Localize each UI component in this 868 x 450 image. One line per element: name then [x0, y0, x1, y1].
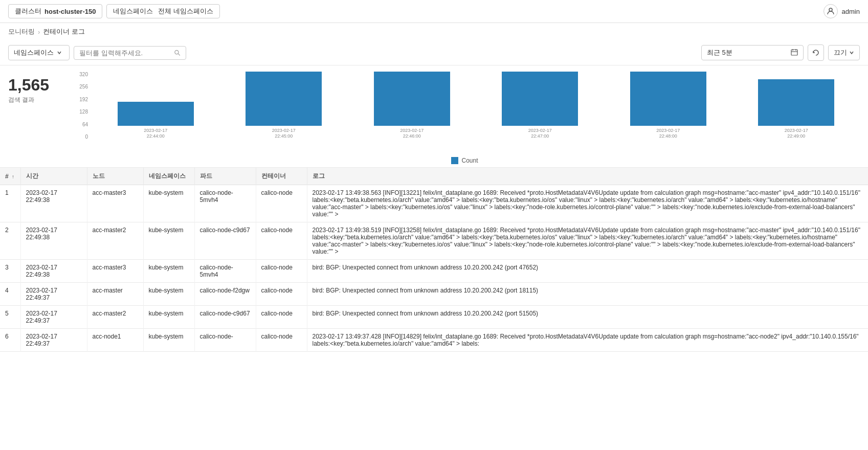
- cell-node: acc-master2: [87, 306, 143, 329]
- bar-4: [630, 72, 706, 126]
- cell-namespace: kube-system: [143, 306, 194, 329]
- breadcrumb-current: 컨테이너 로그: [43, 27, 85, 36]
- log-table: # ↑ 시간 노드 네임스페이스 파드 컨테이너 로그 12023-02-17 …: [0, 168, 868, 352]
- breadcrumb: 모니터링 › 컨테이너 로그: [0, 23, 868, 40]
- svg-point-1: [175, 50, 179, 54]
- legend-color-box: [451, 157, 458, 164]
- namespace-tag[interactable]: 네임스페이스 전체 네임스페이스: [106, 4, 220, 18]
- cell-container: calico-node: [256, 260, 307, 283]
- namespace-select[interactable]: 네임스페이스: [8, 45, 70, 60]
- y-axis: 320 256 192 128 64 0: [70, 72, 90, 140]
- cell-node: acc-master3: [87, 260, 143, 283]
- table-row: 12023-02-17 22:49:38acc-master3kube-syst…: [0, 185, 868, 222]
- bar-label-0: 2023-02-17 22:44:00: [144, 128, 167, 140]
- cell-time: 2023-02-17 22:49:38: [20, 185, 87, 222]
- cell-namespace: kube-system: [143, 222, 194, 260]
- cell-num: 6: [0, 329, 20, 352]
- cell-container: calico-node: [256, 283, 307, 306]
- user-svg-icon: [827, 7, 835, 15]
- cell-pod: calico-node-f2dgw: [194, 283, 256, 306]
- cell-pod: calico-node-: [194, 329, 256, 352]
- refresh-button[interactable]: [808, 44, 824, 61]
- y-label-2: 192: [79, 97, 88, 102]
- th-namespace: 네임스페이스: [143, 168, 194, 185]
- table-row: 22023-02-17 22:49:38acc-master2kube-syst…: [0, 222, 868, 260]
- cell-namespace: kube-system: [143, 260, 194, 283]
- cell-time: 2023-02-17 22:49:38: [20, 260, 87, 283]
- filter-input-wrap: [74, 46, 186, 60]
- th-time: 시간: [20, 168, 87, 185]
- cell-num: 4: [0, 283, 20, 306]
- filter-input[interactable]: [79, 49, 171, 57]
- table-row: 42023-02-17 22:49:37acc-masterkube-syste…: [0, 283, 868, 306]
- cell-pod: calico-node-c9d67: [194, 306, 256, 329]
- cell-pod: calico-node-5mvh4: [194, 260, 256, 283]
- cluster-value: host-cluster-150: [44, 8, 96, 15]
- cell-namespace: kube-system: [143, 283, 194, 306]
- th-pod: 파드: [194, 168, 256, 185]
- bar-group-3: 2023-02-17 22:47:00: [477, 72, 604, 140]
- tail-label: 끄기: [834, 48, 847, 57]
- filter-bar: 네임스페이스 최근 5분 끄기: [0, 40, 868, 65]
- chart-svg-area: 320 256 192 128 64 0 2023-02-17 22:44:00…: [70, 72, 860, 155]
- bar-group-1: 2023-02-17 22:45:00: [220, 72, 348, 140]
- bar-group-2: 2023-02-17 22:46:00: [348, 72, 476, 140]
- admin-icon[interactable]: [824, 4, 838, 18]
- bar-label-4: 2023-02-17 22:48:00: [656, 128, 680, 140]
- namespace-label: 네임스페이스: [113, 7, 153, 16]
- sort-icon[interactable]: ↑: [12, 174, 14, 179]
- tail-select[interactable]: 끄기: [828, 45, 860, 60]
- y-label-5: 0: [85, 134, 88, 140]
- cluster-tag[interactable]: 클러스터 host-cluster-150: [8, 4, 102, 18]
- y-label-4: 64: [82, 122, 88, 127]
- y-label-0: 320: [79, 72, 88, 77]
- bar-group-4: 2023-02-17 22:48:00: [605, 72, 732, 140]
- cell-container: calico-node: [256, 185, 307, 222]
- svg-rect-3: [791, 50, 797, 55]
- th-num: # ↑: [0, 168, 20, 185]
- namespace-select-label: 네임스페이스: [14, 48, 54, 57]
- cell-container: calico-node: [256, 222, 307, 260]
- table-row: 62023-02-17 22:49:37acc-node1kube-system…: [0, 329, 868, 352]
- bar-3: [502, 72, 578, 126]
- cell-num: 2: [0, 222, 20, 260]
- time-label: 최근 5분: [707, 48, 732, 57]
- cell-num: 1: [0, 185, 20, 222]
- svg-line-2: [178, 54, 180, 56]
- cell-log: bird: BGP: Unexpected connect from unkno…: [307, 306, 868, 329]
- cell-log: bird: BGP: Unexpected connect from unkno…: [307, 260, 868, 283]
- table-body: 12023-02-17 22:49:38acc-master3kube-syst…: [0, 185, 868, 352]
- cell-node: acc-master2: [87, 222, 143, 260]
- table-wrap: # ↑ 시간 노드 네임스페이스 파드 컨테이너 로그 12023-02-17 …: [0, 168, 868, 352]
- table-header: # ↑ 시간 노드 네임스페이스 파드 컨테이너 로그: [0, 168, 868, 185]
- table-row: 32023-02-17 22:49:38acc-master3kube-syst…: [0, 260, 868, 283]
- search-icon: [174, 49, 181, 56]
- cell-log: bird: BGP: Unexpected connect from unkno…: [307, 283, 868, 306]
- bars-area: 2023-02-17 22:44:002023-02-17 22:45:0020…: [92, 72, 860, 140]
- bar-label-3: 2023-02-17 22:47:00: [528, 128, 552, 140]
- bar-label-1: 2023-02-17 22:45:00: [272, 128, 296, 140]
- breadcrumb-parent[interactable]: 모니터링: [8, 27, 35, 36]
- svg-point-0: [829, 8, 832, 11]
- chart-total-count: 1,565: [8, 76, 49, 95]
- cell-log: 2023-02-17 13:49:38.519 [INFO][13258] fe…: [307, 222, 868, 260]
- bar-5: [758, 79, 834, 125]
- y-label-1: 256: [79, 84, 88, 89]
- cell-node: acc-master: [87, 283, 143, 306]
- cell-log: 2023-02-17 13:49:37.428 [INFO][14829] fe…: [307, 329, 868, 352]
- cell-log: 2023-02-17 13:49:38.563 [INFO][13221] fe…: [307, 185, 868, 222]
- chart-wrapper: 320 256 192 128 64 0 2023-02-17 22:44:00…: [70, 72, 860, 167]
- th-log: 로그: [307, 168, 868, 185]
- time-select[interactable]: 최근 5분: [701, 45, 804, 60]
- refresh-icon: [812, 49, 819, 56]
- top-right-area: admin: [824, 4, 860, 18]
- cell-container: calico-node: [256, 306, 307, 329]
- bar-label-2: 2023-02-17 22:46:00: [400, 128, 424, 140]
- admin-label[interactable]: admin: [842, 8, 860, 15]
- chart-count-label: 1,565 검색 결과: [8, 76, 49, 104]
- bar-group-0: 2023-02-17 22:44:00: [92, 72, 219, 140]
- table-row: 52023-02-17 22:49:37acc-master2kube-syst…: [0, 306, 868, 329]
- cell-num: 3: [0, 260, 20, 283]
- bar-0: [118, 102, 194, 126]
- cell-pod: calico-node-5mvh4: [194, 185, 256, 222]
